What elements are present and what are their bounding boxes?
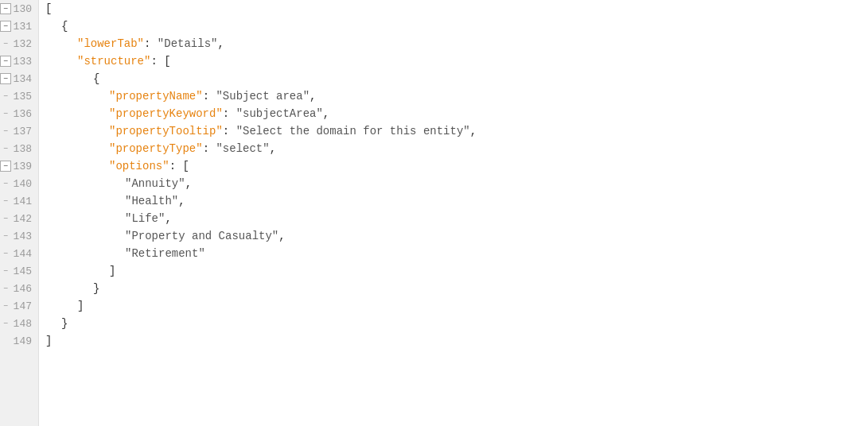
token-key: "structure" <box>77 55 150 68</box>
code-line: "propertyType": "select", <box>39 140 868 157</box>
token-punctuation: : <box>223 125 236 137</box>
line-number-row: −145 <box>0 262 38 280</box>
line-number-row: −144 <box>0 245 38 262</box>
dash-icon: − <box>0 300 11 312</box>
token-key: "propertyType" <box>109 142 203 155</box>
collapse-icon[interactable]: − <box>0 3 11 14</box>
token-key: "lowerTab" <box>77 37 144 50</box>
code-line: ] <box>39 332 868 350</box>
token-punctuation: : <box>223 107 236 120</box>
dash-icon: − <box>0 91 11 102</box>
dash-icon: − <box>0 283 11 294</box>
line-number-row: 149 <box>0 332 38 350</box>
line-number-row: −142 <box>0 210 38 227</box>
token-key: "options" <box>109 160 169 172</box>
line-number-row: −130 <box>0 0 38 17</box>
line-number: 140 <box>13 178 35 190</box>
line-number-row: −138 <box>0 140 38 157</box>
code-line: } <box>39 280 868 297</box>
code-line: "structure": [ <box>39 52 868 70</box>
code-line: "Annuity", <box>39 175 868 192</box>
token-string: "Life" <box>125 212 165 225</box>
collapse-icon[interactable]: − <box>0 73 11 84</box>
token-bracket: } <box>61 317 68 330</box>
code-line: [ <box>39 0 868 17</box>
line-number-row: −141 <box>0 192 38 210</box>
dash-icon: − <box>0 143 11 154</box>
code-line: "lowerTab": "Details", <box>39 35 868 52</box>
token-bracket: [ <box>45 2 52 15</box>
token-punctuation: , <box>309 90 316 103</box>
token-key: "propertyTooltip" <box>109 125 223 137</box>
code-line: "Retirement" <box>39 245 868 262</box>
dash-icon: − <box>0 196 11 207</box>
line-number: 134 <box>13 73 35 85</box>
line-number: 144 <box>13 248 35 260</box>
code-line: "Property and Casualty", <box>39 227 868 245</box>
line-number: 130 <box>13 3 35 15</box>
line-number: 139 <box>13 161 35 172</box>
line-number-row: −135 <box>0 87 38 105</box>
token-punctuation: : <box>169 160 183 172</box>
token-bracket: { <box>93 72 99 85</box>
line-number-row: −148 <box>0 315 38 332</box>
token-bracket: ] <box>109 265 115 277</box>
line-numbers: −130−131−132−133−134−135−136−137−138−139… <box>0 0 39 426</box>
code-line: { <box>39 70 868 87</box>
token-punctuation: : <box>144 37 158 50</box>
line-number: 132 <box>13 38 35 50</box>
line-number-row: −133 <box>0 52 38 70</box>
collapse-icon[interactable]: − <box>0 21 11 32</box>
line-number: 143 <box>13 230 35 242</box>
dash-icon: − <box>0 248 11 259</box>
token-string: "Annuity" <box>125 177 185 190</box>
dash-icon: − <box>0 265 11 277</box>
dash-icon: − <box>0 213 11 224</box>
line-number-row: −147 <box>0 297 38 315</box>
code-line: "Life", <box>39 210 868 227</box>
dash-icon: − <box>0 230 11 242</box>
code-line: "propertyName": "Subject area", <box>39 87 868 105</box>
token-punctuation: , <box>278 230 285 242</box>
line-number-row: −139 <box>0 157 38 175</box>
code-line: } <box>39 315 868 332</box>
token-string: "Health" <box>125 195 178 207</box>
line-number-row: −136 <box>0 105 38 122</box>
token-punctuation: , <box>178 195 185 207</box>
token-punctuation: : <box>203 90 216 103</box>
code-line: "propertyKeyword": "subjectArea", <box>39 105 868 122</box>
line-number-row: −134 <box>0 70 38 87</box>
token-key: "propertyName" <box>109 90 203 103</box>
line-number: 136 <box>13 108 35 120</box>
line-number-row: −146 <box>0 280 38 297</box>
dash-icon: − <box>0 178 11 189</box>
code-line: "options": [ <box>39 157 868 175</box>
code-line: ] <box>39 297 868 315</box>
token-string: "Details" <box>158 37 218 50</box>
line-number: 137 <box>13 126 35 137</box>
line-number: 145 <box>13 265 35 277</box>
line-number: 131 <box>13 21 35 33</box>
line-number-row: −143 <box>0 227 38 245</box>
token-bracket: ] <box>45 335 52 347</box>
token-string: "Retirement" <box>125 247 205 260</box>
token-punctuation: , <box>185 177 192 190</box>
code-line: { <box>39 17 868 35</box>
token-string: "subjectArea" <box>236 107 323 120</box>
line-number: 138 <box>13 143 35 155</box>
token-bracket: [ <box>182 160 189 172</box>
line-spacer <box>0 335 11 347</box>
dash-icon: − <box>0 318 11 329</box>
line-number: 148 <box>13 318 35 330</box>
dash-icon: − <box>0 38 11 49</box>
dash-icon: − <box>0 126 11 137</box>
line-number: 147 <box>13 300 35 312</box>
collapse-icon[interactable]: − <box>0 56 11 67</box>
line-number-row: −140 <box>0 175 38 192</box>
token-bracket: } <box>93 282 99 295</box>
line-number: 133 <box>13 56 35 68</box>
line-number-row: −137 <box>0 122 38 140</box>
code-line: "Health", <box>39 192 868 210</box>
collapse-icon[interactable]: − <box>0 161 11 172</box>
token-punctuation: , <box>165 212 171 225</box>
